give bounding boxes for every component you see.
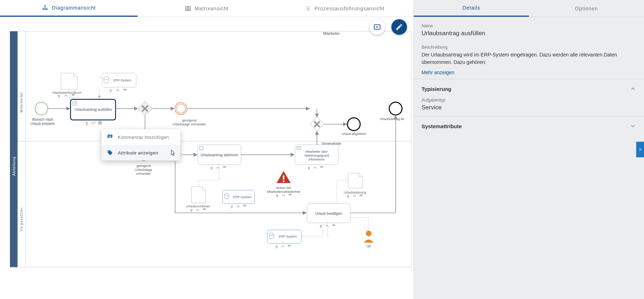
svg-text:Ablehnungsgrund: Ablehnungsgrund [304,154,329,157]
svg-text:ERP-System: ERP-System [113,78,131,82]
svg-text:Urlaub bewilligen: Urlaub bewilligen [315,212,342,216]
svg-rect-1 [43,9,44,10]
svg-rect-9 [18,141,26,267]
svg-rect-80 [283,181,284,182]
svg-rect-3 [46,9,48,10]
end-event-approve[interactable] [389,102,402,115]
data-object-handbook[interactable] [61,73,77,89]
svg-text:genügend: genügend [137,164,151,168]
right-panel-tabs: Details Optionen [414,0,644,17]
show-more-link[interactable]: Mehr anzeigen [422,70,636,75]
svg-point-75 [347,196,349,197]
svg-rect-79 [283,175,284,180]
svg-text:Urlaubsantrag ablehnen: Urlaubsantrag ablehnen [200,153,238,157]
lane-supervisor-label: Vorgesetzter [20,207,23,231]
section-typing-header[interactable]: Typisierung [422,86,636,92]
side-panel-handle[interactable] [636,142,644,157]
chevron-down-icon [630,123,636,129]
end-event-reject[interactable] [347,118,360,131]
svg-text:genügend: genügend [182,119,197,122]
svg-point-94 [366,230,371,236]
diagram-canvas[interactable]: Abteilung Mitarbeiter Vorgesetzter Mitar… [0,17,413,299]
svg-text:Urlaubstage: Urlaubstage [135,168,152,172]
svg-rect-32 [124,89,125,90]
svg-rect-21 [100,123,101,124]
svg-rect-48 [225,167,225,167]
svg-rect-86 [290,194,291,195]
section-typing-title: Typisierung [422,86,451,92]
svg-text:HR: HR [367,245,371,248]
tab-matrix-view[interactable]: Matrixansicht [138,0,275,17]
svg-rect-4 [186,6,191,11]
hr-actor[interactable] [364,230,374,243]
lane-employee-label: Mitarbeiter [20,92,23,113]
svg-text:Mitarbeiterhandbuch: Mitarbeiterhandbuch [53,91,82,94]
tab-diagram-label: Diagrammansicht [52,5,96,11]
data-object-planning[interactable] [348,173,362,188]
svg-text:ERP-System: ERP-System [233,195,251,199]
data-object-policies[interactable] [192,187,206,203]
svg-rect-0 [45,5,46,6]
context-add-comment-label: Kommentar hinzufügen [118,135,169,140]
svg-rect-92 [288,245,289,246]
context-add-comment[interactable]: Kommentar hinzufügen [101,129,180,145]
svg-rect-93 [290,245,290,246]
svg-rect-20 [99,123,100,124]
svg-point-16 [86,123,88,124]
svg-point-23 [58,95,60,97]
svg-text:Sinken der: Sinken der [276,186,291,190]
details-desc-value: Der Urlaubsantrag wird im ERP-System ein… [422,51,636,66]
tab-execution-label: Prozessausführungsansicht [314,6,384,11]
svg-text:Mitarbeiter über: Mitarbeiter über [306,150,328,153]
risk-indicator[interactable] [276,171,291,183]
svg-text:Urlaub abgelehnt: Urlaub abgelehnt [342,132,366,136]
svg-rect-77 [360,195,360,196]
svg-rect-33 [125,89,126,90]
svg-rect-18 [99,121,100,123]
gateway-merge[interactable] [310,117,324,131]
svg-rect-65 [203,209,204,210]
task-type-value: Service [422,104,636,111]
lane-employee-title: Mitarbeiter [323,32,340,36]
svg-text:Wunsch nach: Wunsch nach [32,118,53,121]
task-type-label: Aufgabentyp [422,98,636,103]
pool-label: Abteilung [12,156,16,176]
tab-execution-view[interactable]: Prozessausführungsansicht [276,0,413,17]
right-tab-options[interactable]: Optionen [529,0,644,17]
gateway-enough-days-1[interactable] [138,102,152,116]
svg-rect-25 [72,94,73,95]
start-event[interactable] [35,102,48,115]
svg-text:informieren: informieren [309,158,325,161]
svg-point-30 [110,90,111,91]
details-desc-label: Beschreibung [422,45,636,50]
svg-text:Mitarbeiterzufriedenheit: Mitarbeiterzufriedenheit [267,190,300,194]
section-sysattr-header[interactable]: Systemattribute [422,123,636,129]
svg-rect-55 [320,167,321,167]
right-tab-details[interactable]: Details [414,0,529,17]
svg-text:vorhanden: vorhanden [136,172,151,175]
svg-rect-56 [322,167,323,167]
cursor-icon [169,149,176,157]
svg-rect-73 [245,205,246,206]
svg-text:Urlaubsplanung: Urlaubsplanung [344,191,366,194]
svg-point-90 [276,246,277,247]
intermediate-event-1[interactable] [175,103,187,115]
svg-rect-26 [73,94,74,95]
svg-rect-19 [100,121,101,123]
tab-matrix-label: Matrixansicht [195,6,229,11]
chevron-up-icon [630,86,636,92]
svg-text:Urlaubsantrag be: Urlaubsantrag be [380,117,404,121]
svg-rect-6 [10,31,18,267]
svg-text:Urlaubsrichtlinien: Urlaubsrichtlinien [186,205,210,208]
details-name-value: Urlaubsantrag ausfüllen [422,30,636,37]
svg-text:ERP-System: ERP-System [279,235,297,238]
context-menu: Kommentar hinzufügen Attribute anzeigen [101,129,180,161]
tab-diagram-view[interactable]: Diagrammansicht [0,0,138,17]
svg-point-63 [191,210,192,211]
run-button[interactable] [369,19,385,35]
svg-text:Urlaubsantrag ausfüllen: Urlaubsantrag ausfüllen [75,108,112,112]
svg-point-83 [276,195,278,196]
context-show-attributes[interactable]: Attribute anzeigen [101,145,180,161]
details-name-label: Name [422,23,636,28]
edit-button[interactable] [391,19,407,35]
